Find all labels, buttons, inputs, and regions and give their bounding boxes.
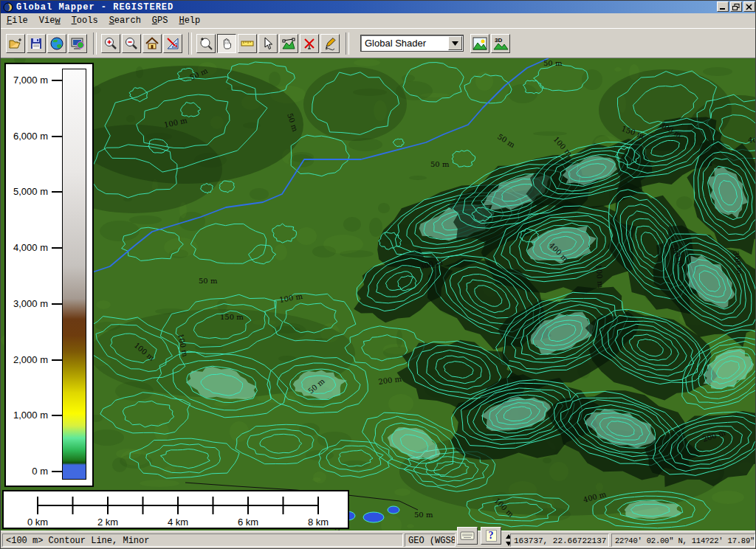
- app-icon: [3, 2, 13, 13]
- status-coordinates: 163737, 22.66722137 ): [510, 534, 609, 547]
- open-button[interactable]: [6, 34, 25, 53]
- 3d-view-icon: 3D: [492, 35, 509, 52]
- open-folder-icon: [8, 36, 23, 51]
- toolbar-separator: [93, 32, 97, 55]
- legend-tick-label: 5,000 m: [9, 186, 48, 197]
- help-button[interactable]: ?: [481, 527, 501, 545]
- menu-item-help[interactable]: Help: [179, 15, 200, 26]
- path-profile-icon: [281, 36, 296, 51]
- save-button[interactable]: [27, 34, 46, 53]
- shader-select[interactable]: Global Shader: [360, 35, 464, 52]
- status-projection: GEO (WGS84: [405, 534, 456, 547]
- close-icon: [746, 4, 753, 10]
- scale-label: 2 km: [97, 517, 118, 528]
- scale-label: 6 km: [238, 517, 258, 528]
- menu-item-file[interactable]: File: [7, 15, 28, 26]
- zoom-out-button[interactable]: [122, 34, 141, 53]
- contour-label: 50 m: [199, 277, 218, 285]
- menu-bar: FileViewToolsSearchGPSHelp: [1, 13, 756, 28]
- app-window: Global Mapper - REGISTERED FileViewTools…: [0, 0, 756, 549]
- scale-label: 8 km: [308, 517, 329, 528]
- hand-icon: [219, 36, 234, 51]
- 3d-label: 3D: [495, 37, 502, 44]
- path-profile-button[interactable]: [279, 34, 298, 53]
- select-tool-button[interactable]: [258, 34, 278, 53]
- contour-label: 150 m: [220, 313, 244, 321]
- legend-tick-mark: [52, 303, 63, 305]
- toolbar-separator: [188, 32, 192, 55]
- keyboard-button[interactable]: [457, 527, 478, 545]
- help-icon: ?: [486, 530, 497, 542]
- legend-tick-mark: [52, 471, 63, 472]
- restore-icon: [732, 4, 740, 10]
- contour-label: 50 m: [543, 59, 563, 67]
- status-feature-info: <100 m> Contour Line, Minor: [2, 534, 403, 547]
- status-latlon: 22?40' 02.00" N, 114?22' 17.89" E: [611, 534, 755, 547]
- online-data-button[interactable]: [47, 34, 66, 53]
- minimize-button[interactable]: [717, 1, 729, 12]
- restore-button[interactable]: [730, 1, 742, 12]
- toolbar-separator: [346, 32, 349, 55]
- legend-tick-mark: [52, 80, 63, 81]
- legend-tick-mark: [52, 136, 63, 137]
- legend-tick-mark: [52, 191, 63, 193]
- legend-tick-mark: [52, 415, 63, 416]
- legend-tick-label: 0 m: [9, 466, 48, 477]
- elevation-gradient-bar: [62, 69, 86, 480]
- contour-label: 50 m: [430, 160, 450, 168]
- legend-tick-label: 4,000 m: [9, 242, 48, 253]
- arrow-cursor-icon: [261, 36, 275, 51]
- monitor-globe-icon: [70, 36, 85, 51]
- home-icon: [145, 36, 159, 51]
- save-floppy-icon: [29, 36, 44, 51]
- status-bar: <100 m> Contour Line, Minor GEO (WGS84 ?…: [1, 531, 756, 549]
- configuration-button[interactable]: [68, 34, 87, 53]
- legend-tick-label: 3,000 m: [9, 298, 48, 309]
- zoom-out-icon: [124, 36, 139, 51]
- dropdown-arrow-icon[interactable]: [448, 36, 462, 50]
- digitizer-tool-button[interactable]: [320, 34, 340, 53]
- terrain-svg: 50 m100 m50 m50 m50 m150 m100 m100 m100 …: [1, 58, 756, 531]
- map-canvas[interactable]: 50 m100 m50 m50 m50 m150 m100 m100 m100 …: [1, 58, 756, 531]
- globe-icon: [49, 36, 64, 51]
- legend-tick-label: 7,000 m: [9, 75, 48, 86]
- menu-item-tools[interactable]: Tools: [72, 15, 98, 26]
- 3d-view-button[interactable]: 3D: [491, 34, 510, 53]
- full-view-button[interactable]: [142, 34, 162, 53]
- menu-item-view[interactable]: View: [39, 15, 61, 26]
- menu-item-search[interactable]: Search: [109, 15, 141, 26]
- legend-tick-label: 1,000 m: [9, 410, 48, 421]
- legend-tick-mark: [52, 359, 63, 361]
- pan-tool-button[interactable]: [217, 34, 236, 53]
- map-layout-button[interactable]: [163, 34, 182, 53]
- scale-bar-svg: 0 km2 km4 km6 km8 km: [4, 491, 348, 528]
- ruler-icon: [240, 36, 255, 51]
- minimize-icon: [719, 4, 726, 10]
- legend-tick-label: 6,000 m: [9, 131, 48, 142]
- shader-select-value: Global Shader: [361, 38, 448, 49]
- zoom-tool-button[interactable]: [196, 34, 216, 53]
- elevation-legend: 7,000 m6,000 m5,000 m4,000 m3,000 m2,000…: [4, 63, 94, 487]
- legend-tick-label: 2,000 m: [9, 354, 48, 365]
- scale-bar: 0 km2 km4 km6 km8 km: [2, 490, 349, 529]
- landscape-image-icon: [472, 36, 487, 51]
- window-title: Global Mapper - REGISTERED: [16, 2, 173, 13]
- title-bar: Global Mapper - REGISTERED: [1, 1, 756, 13]
- antenna-x-icon: [302, 36, 317, 51]
- zoom-in-icon: [103, 36, 118, 51]
- pencil-icon: [323, 36, 337, 51]
- keyboard-icon: [460, 531, 475, 541]
- zoom-in-button[interactable]: [101, 34, 120, 53]
- texture-map-button[interactable]: [470, 34, 489, 53]
- contour-label: 50 m: [414, 511, 433, 519]
- setsquare-pencil-icon: [165, 36, 180, 51]
- toolbar: Global Shader 3D: [1, 28, 756, 58]
- scale-label: 4 km: [168, 517, 188, 528]
- magnifier-icon: [199, 36, 213, 51]
- measure-tool-button[interactable]: [238, 34, 257, 53]
- close-button[interactable]: [743, 1, 755, 12]
- menu-item-gps[interactable]: GPS: [152, 15, 168, 26]
- legend-tick-mark: [52, 247, 63, 249]
- scale-label: 0 km: [27, 517, 48, 528]
- view-shed-button[interactable]: [300, 34, 319, 53]
